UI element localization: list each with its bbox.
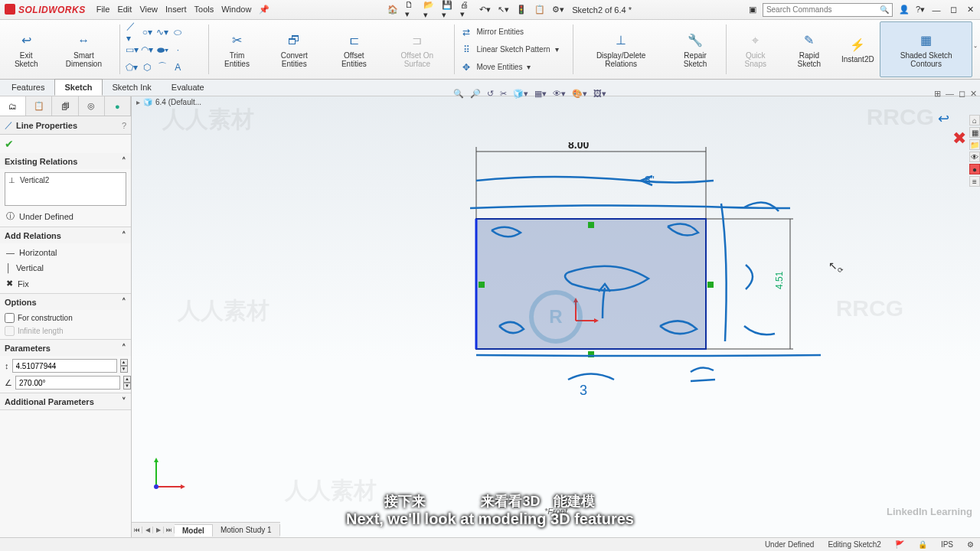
menu-view[interactable]: View (139, 5, 158, 15)
status-flag-icon[interactable]: 🚩 (895, 540, 904, 549)
exit-sketch-button[interactable]: ↩Exit Sketch (3, 21, 49, 77)
line-icon[interactable]: ／▾ (126, 27, 137, 37)
menu-file[interactable]: File (96, 5, 110, 15)
spin-up-icon[interactable]: ▲ (120, 359, 128, 366)
shaded-contours-button[interactable]: ▦Shaded Sketch Contours (880, 21, 972, 77)
tab-prev-icon[interactable]: ◀ (142, 527, 153, 533)
menu-window[interactable]: Window (221, 5, 251, 15)
accept-button[interactable]: ✔ (0, 135, 131, 153)
rapid-sketch-button[interactable]: ✎Rapid Sketch (782, 21, 835, 77)
ribbon-collapse-icon[interactable]: ˇ (974, 45, 977, 54)
property-tab-icon[interactable]: 📋 (26, 96, 52, 116)
rect-icon[interactable]: ▭▾ (126, 44, 137, 55)
add-relations-header[interactable]: Add Relations˄ (0, 227, 131, 243)
options-icon[interactable]: 📋 (534, 4, 546, 16)
tab-last-icon[interactable]: ⏭ (164, 527, 175, 533)
dimxpert-tab-icon[interactable]: ◎ (79, 96, 105, 116)
view-orient-icon[interactable]: 🧊▾ (513, 89, 528, 99)
display-delete-relations-button[interactable]: ⊥Display/Delete Relations (577, 21, 666, 77)
undo-icon[interactable]: ↶▾ (479, 4, 491, 16)
save-icon[interactable]: 💾▾ (442, 4, 454, 16)
cmd-icon[interactable]: ▣ (749, 5, 756, 15)
taskpane-library-icon[interactable]: 📁 (969, 139, 980, 150)
home-icon[interactable]: 🏠 (387, 4, 399, 16)
open-icon[interactable]: 📂▾ (423, 4, 436, 16)
polygon-icon[interactable]: ⬠▾ (126, 62, 137, 73)
circle-icon[interactable]: ○▾ (142, 27, 152, 37)
menu-insert[interactable]: Insert (165, 5, 187, 15)
add-fix-button[interactable]: ✖Fix (5, 277, 126, 290)
scene-icon[interactable]: 🖼▾ (593, 89, 606, 99)
spin-down-icon[interactable]: ▼ (120, 366, 128, 373)
taskpane-home-icon[interactable]: ⌂ (969, 115, 980, 126)
taskpane-view-icon[interactable]: 👁 (969, 152, 980, 162)
bottom-tab-motion[interactable]: Motion Study 1 (213, 524, 280, 536)
minimize-icon[interactable]: — (931, 5, 942, 15)
status-lock-icon[interactable]: 🔒 (918, 540, 927, 549)
section-view-icon[interactable]: ✂ (500, 89, 507, 99)
graphics-area[interactable]: 🧊6.4 (Default... 🔍 🔎 ↺ ✂ 🧊▾ ▦▾ 👁▾ 🎨▾ 🖼▾ … (132, 96, 980, 537)
hide-show-icon[interactable]: 👁▾ (553, 89, 566, 99)
hex-icon[interactable]: ⬡ (142, 62, 152, 73)
offset-surface-button[interactable]: ⊐Offset On Surface (383, 21, 451, 77)
tab-first-icon[interactable]: ⏮ (132, 527, 142, 533)
maximize-icon[interactable]: ◻ (948, 5, 959, 15)
search-input[interactable]: Search Commands🔍 (763, 3, 893, 17)
fillet-icon[interactable]: ⌒ (157, 62, 168, 73)
existing-relations-header[interactable]: Existing Relations˄ (0, 153, 131, 169)
spin-up-icon[interactable]: ▲ (123, 376, 131, 383)
tab-sketch-ink[interactable]: Sketch Ink (103, 79, 162, 96)
tab-sketch[interactable]: Sketch (54, 79, 102, 96)
view-triad[interactable] (149, 456, 187, 494)
infinite-length-checkbox[interactable]: Infinite length (5, 326, 126, 336)
viewport-split-icon[interactable]: ⊞ (934, 89, 941, 99)
exit-sketch-x-icon[interactable]: ✖ (952, 129, 966, 148)
repair-sketch-button[interactable]: 🔧Repair Sketch (668, 21, 724, 77)
offset-button[interactable]: ⊏Offset Entities (326, 21, 381, 77)
help-icon[interactable]: ?▾ (916, 5, 925, 15)
viewport-max-icon[interactable]: ◻ (959, 89, 965, 99)
print-icon[interactable]: 🖨▾ (460, 4, 472, 16)
smart-dimension-button[interactable]: ↔Smart Dimension (51, 21, 116, 77)
display-style-icon[interactable]: ▦▾ (534, 89, 547, 99)
feature-manager-tab-icon[interactable]: 🗂 (0, 96, 26, 116)
point-icon[interactable]: · (172, 44, 183, 55)
bottom-tab-model[interactable]: Model (175, 524, 213, 536)
ellipse-icon[interactable]: ⬭ (172, 27, 183, 37)
close-icon[interactable]: ✕ (965, 5, 975, 15)
length-input[interactable] (12, 359, 117, 373)
tab-evaluate[interactable]: Evaluate (162, 79, 214, 96)
instant2d-button[interactable]: ⚡Instant2D (838, 21, 878, 77)
select-icon[interactable]: ↖▾ (497, 4, 509, 16)
feature-tree-overlay[interactable]: 🧊6.4 (Default... (136, 98, 201, 106)
trim-button[interactable]: ✂Trim Entities (212, 21, 262, 77)
options-header[interactable]: Options˄ (0, 294, 131, 310)
parameters-header[interactable]: Parameters˄ (0, 340, 131, 356)
angle-input[interactable] (15, 376, 120, 390)
mirror-button[interactable]: ⇄Mirror Entities (461, 27, 566, 37)
pattern-button[interactable]: ⠿Linear Sketch Pattern▾ (461, 44, 566, 55)
config-tab-icon[interactable]: 🗐 (52, 96, 78, 116)
rebuild-icon[interactable]: 🚦 (515, 4, 528, 16)
appearance-icon[interactable]: 🎨▾ (572, 89, 587, 99)
move-button[interactable]: ✥Move Entities▾ (461, 62, 566, 73)
slot-icon[interactable]: ⬬▾ (157, 44, 168, 55)
zoom-area-icon[interactable]: 🔎 (470, 89, 481, 99)
status-units[interactable]: IPS (941, 540, 953, 549)
user-icon[interactable]: 👤 (899, 5, 910, 15)
add-horizontal-button[interactable]: —Horizontal (5, 246, 126, 259)
viewport-min-icon[interactable]: — (946, 89, 954, 99)
arc-icon[interactable]: ◠▾ (142, 44, 152, 55)
taskpane-appearance-icon[interactable]: ● (969, 164, 980, 174)
tab-features[interactable]: Features (2, 79, 54, 96)
for-construction-checkbox[interactable]: For construction (5, 313, 126, 323)
menu-tools[interactable]: Tools (194, 5, 214, 15)
add-vertical-button[interactable]: │Vertical (5, 262, 126, 274)
spline-icon[interactable]: ∿▾ (157, 27, 168, 37)
zoom-fit-icon[interactable]: 🔍 (453, 89, 464, 99)
new-icon[interactable]: 🗋▾ (405, 4, 417, 16)
confirm-corner-icon[interactable]: ↩ (938, 110, 949, 127)
additional-parameters-header[interactable]: Additional Parameters˅ (0, 393, 131, 409)
quick-snaps-button[interactable]: ⌖Quick Snaps (730, 21, 781, 77)
taskpane-custom-icon[interactable]: ≡ (969, 176, 980, 187)
